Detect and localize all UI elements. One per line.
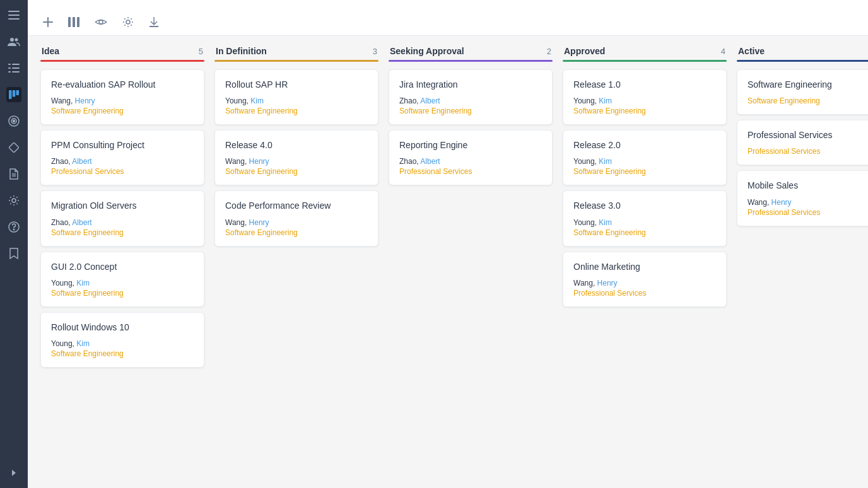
card-title: GUI 2.0 Concept [51,261,194,272]
bookmark-icon[interactable] [6,246,21,261]
card-person-lastname: Wang, [573,279,597,288]
card-title: Release 4.0 [225,139,368,151]
svg-point-26 [99,20,103,24]
card-dept: Software Engineering [399,107,542,115]
table-row[interactable]: Reporting EngineZhao, AlbertProfessional… [389,130,553,185]
card-person: Young, Kim [573,157,716,166]
card-dept: Professional Services [573,289,716,298]
card-title: Release 2.0 [573,139,716,151]
card-title: Jira Integration [399,79,542,90]
svg-rect-5 [8,64,11,65]
column-count-seeking-approval: 2 [547,47,551,56]
card-dept: Software Engineering [225,167,368,176]
header [28,0,868,36]
card-person-lastname: Young, [225,96,250,105]
card-person-firstname: Kim [250,96,264,105]
expand-icon[interactable] [6,465,21,480]
cards-list-approved: Release 1.0Young, KimSoftware Engineerin… [563,69,727,307]
help-icon[interactable] [6,219,21,235]
card-person-lastname: Zhao, [399,96,420,105]
card-person-firstname: Henry [75,96,95,105]
add-button[interactable] [40,15,56,30]
users-icon[interactable] [6,34,21,49]
table-row[interactable]: PPM Consulting ProjectZhao, AlbertProfes… [40,130,204,185]
card-person: Young, Kim [51,279,194,288]
menu-icon[interactable] [6,8,21,23]
column-bar-idea [40,60,204,62]
table-row[interactable]: Release 2.0Young, KimSoftware Engineerin… [563,130,727,185]
toolbar [40,14,855,35]
card-title: Rollout Windows 10 [51,322,194,333]
column-title-seeking-approval: Seeking Approval [390,46,464,56]
diamond-icon[interactable] [6,140,21,155]
card-person-lastname: Wang, [225,218,249,227]
card-title: PPM Consulting Project [51,139,194,151]
table-row[interactable]: Release 3.0Young, KimSoftware Engineerin… [563,190,727,246]
card-person-lastname: Young, [573,157,599,166]
svg-rect-11 [9,90,11,99]
card-title: Release 1.0 [573,79,716,90]
card-person-lastname: Wang, [748,198,771,207]
table-row[interactable]: Jira IntegrationZhao, AlbertSoftware Eng… [389,69,553,125]
card-person-lastname: Young, [51,339,76,348]
settings-button[interactable] [120,14,136,30]
view-columns-button[interactable] [66,15,82,30]
table-row[interactable]: Re-evaluation SAP RolloutWang, HenrySoft… [40,69,204,125]
card-dept: Software Engineering [573,107,716,115]
column-header-approved: Approved4 [563,46,727,56]
cards-list-seeking-approval: Jira IntegrationZhao, AlbertSoftware Eng… [389,69,553,185]
target-icon[interactable] [6,113,21,129]
svg-rect-23 [68,17,71,27]
card-person-firstname: Kim [599,157,612,166]
column-header-idea: Idea5 [40,46,204,56]
table-row[interactable]: Professional ServicesProfessional Servic… [737,120,868,165]
cards-list-active: Software EngineeringSoftware Engineering… [737,69,868,226]
column-count-idea: 5 [199,47,203,56]
column-approved: Approved4Release 1.0Young, KimSoftware E… [563,46,727,478]
svg-rect-12 [13,90,15,97]
svg-rect-7 [8,67,11,69]
gear-icon[interactable] [6,193,21,208]
card-person: Zhao, Albert [51,157,194,166]
table-row[interactable]: Migration Old ServersZhao, AlbertSoftwar… [40,190,204,246]
card-dept: Software Engineering [51,228,194,237]
card-person: Young, Kim [225,96,368,105]
table-row[interactable]: Rollout SAP HRYoung, KimSoftware Enginee… [214,69,378,125]
card-title: Software Engineering [748,79,868,90]
card-person: Young, Kim [51,339,194,348]
column-count-approved: 4 [721,47,725,56]
card-person-firstname: Henry [597,279,618,288]
download-button[interactable] [146,14,161,30]
card-person-firstname: Henry [771,198,792,207]
board-icon[interactable] [6,87,21,102]
svg-point-16 [13,120,15,122]
card-dept: Professional Services [51,167,194,176]
table-row[interactable]: Rollout Windows 10Young, KimSoftware Eng… [40,312,204,368]
table-row[interactable]: Software EngineeringSoftware Engineering [737,69,868,115]
card-dept: Professional Services [748,147,868,156]
column-seeking-approval: Seeking Approval2Jira IntegrationZhao, A… [389,46,553,478]
card-person: Wang, Henry [225,157,368,166]
table-row[interactable]: Mobile SalesWang, HenryProfessional Serv… [737,170,868,226]
card-dept: Software Engineering [51,349,194,358]
card-dept: Professional Services [748,208,868,217]
eye-button[interactable] [92,15,110,29]
card-person: Wang, Henry [51,96,194,105]
file-icon[interactable] [6,166,21,182]
column-count-in-definition: 3 [373,47,377,56]
column-active: Active3Software EngineeringSoftware Engi… [737,46,868,478]
table-row[interactable]: Code Performance ReviewWang, HenrySoftwa… [214,190,378,246]
card-title: Migration Old Servers [51,200,194,211]
svg-rect-0 [8,11,20,12]
table-row[interactable]: Online MarketingWang, HenryProfessional … [563,252,727,307]
table-row[interactable]: GUI 2.0 ConceptYoung, KimSoftware Engine… [40,252,204,307]
card-dept: Software Engineering [225,107,368,115]
card-dept: Software Engineering [225,228,368,237]
card-title: Mobile Sales [748,180,868,191]
table-row[interactable]: Release 1.0Young, KimSoftware Engineerin… [563,69,727,125]
table-row[interactable]: Release 4.0Wang, HenrySoftware Engineeri… [214,130,378,185]
svg-point-20 [12,199,16,202]
list-icon[interactable] [6,61,21,76]
card-person-firstname: Henry [249,218,269,227]
svg-marker-17 [9,142,19,153]
